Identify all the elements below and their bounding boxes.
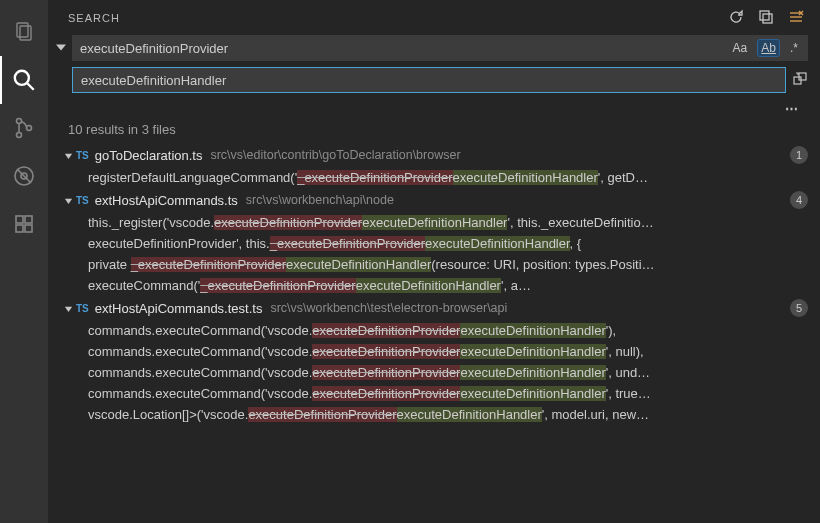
match-row[interactable]: executeDefinitionProvider', this._execut… — [48, 233, 820, 254]
sidebar-title: SEARCH — [68, 12, 728, 24]
extensions-tab[interactable] — [0, 200, 48, 248]
twisty-icon[interactable] — [62, 196, 74, 205]
explorer-tab[interactable] — [0, 8, 48, 56]
file-row[interactable]: TS extHostApiCommands.test.ts src\vs\wor… — [48, 296, 820, 320]
match-row[interactable]: commands.executeCommand('vscode.executeD… — [48, 341, 820, 362]
match-case-icon[interactable]: Aa — [729, 39, 752, 57]
match-row[interactable]: private _executeDefinitionProviderexecut… — [48, 254, 820, 275]
match-count-badge: 4 — [790, 191, 808, 209]
svg-line-3 — [27, 83, 34, 90]
activity-bar — [0, 0, 48, 523]
file-name: goToDeclaration.ts — [95, 148, 203, 163]
match-whole-word-icon[interactable]: Ab — [757, 39, 780, 57]
svg-rect-0 — [17, 23, 28, 37]
search-sidebar: SEARCH Aa Ab .* ⋯ 10 results in 3 — [48, 0, 820, 523]
file-row[interactable]: TS goToDeclaration.ts src\vs\editor\cont… — [48, 143, 820, 167]
match-row[interactable]: this._register('vscode.executeDefinition… — [48, 212, 820, 233]
file-name: extHostApiCommands.ts — [95, 193, 238, 208]
svg-point-5 — [17, 133, 22, 138]
collapse-all-icon[interactable] — [758, 9, 774, 27]
sidebar-header: SEARCH — [48, 0, 820, 35]
match-row[interactable]: commands.executeCommand('vscode.executeD… — [48, 362, 820, 383]
svg-rect-14 — [760, 11, 769, 20]
scm-tab[interactable] — [0, 104, 48, 152]
match-row[interactable]: registerDefaultLanguageCommand('_execute… — [48, 167, 820, 188]
svg-point-6 — [27, 126, 32, 131]
svg-rect-1 — [20, 26, 31, 40]
toggle-search-details-icon[interactable]: ⋯ — [72, 99, 808, 116]
toggle-replace-icon[interactable] — [56, 41, 66, 56]
file-path: src\vs\workbench\api\node — [246, 193, 394, 207]
match-count-badge: 5 — [790, 299, 808, 317]
svg-line-8 — [17, 169, 31, 183]
search-tab[interactable] — [0, 56, 48, 104]
refresh-icon[interactable] — [728, 9, 744, 27]
results-tree: TS goToDeclaration.ts src\vs\editor\cont… — [48, 143, 820, 523]
match-count-badge: 1 — [790, 146, 808, 164]
svg-rect-10 — [16, 216, 23, 223]
file-name: extHostApiCommands.test.ts — [95, 301, 263, 316]
file-path: src\vs\workbench\test\electron-browser\a… — [270, 301, 507, 315]
ts-file-icon: TS — [76, 150, 89, 161]
regex-icon[interactable]: .* — [786, 39, 802, 57]
replace-input[interactable] — [72, 67, 786, 93]
file-row[interactable]: TS extHostApiCommands.ts src\vs\workbenc… — [48, 188, 820, 212]
match-row[interactable]: executeCommand('_executeDefinitionProvid… — [48, 275, 820, 296]
svg-rect-15 — [763, 14, 772, 23]
twisty-icon[interactable] — [62, 151, 74, 160]
svg-rect-13 — [25, 225, 32, 232]
svg-point-2 — [15, 71, 29, 85]
svg-rect-11 — [25, 216, 32, 223]
debug-tab[interactable] — [0, 152, 48, 200]
file-path: src\vs\editor\contrib\goToDeclaration\br… — [210, 148, 460, 162]
results-summary: 10 results in 3 files — [48, 116, 820, 143]
ts-file-icon: TS — [76, 303, 89, 314]
clear-results-icon[interactable] — [788, 9, 804, 27]
svg-rect-12 — [16, 225, 23, 232]
match-row[interactable]: vscode.Location[]>('vscode.executeDefini… — [48, 404, 820, 425]
replace-all-icon[interactable] — [792, 71, 808, 90]
ts-file-icon: TS — [76, 195, 89, 206]
svg-point-4 — [17, 119, 22, 124]
search-input[interactable] — [72, 35, 808, 61]
match-row[interactable]: commands.executeCommand('vscode.executeD… — [48, 383, 820, 404]
twisty-icon[interactable] — [62, 304, 74, 313]
match-row[interactable]: commands.executeCommand('vscode.executeD… — [48, 320, 820, 341]
